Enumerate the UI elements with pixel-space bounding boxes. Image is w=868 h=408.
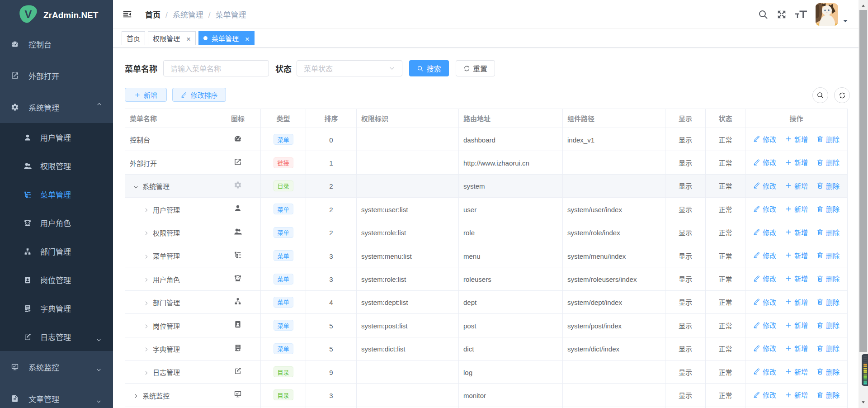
svg-text:V: V	[25, 8, 32, 20]
